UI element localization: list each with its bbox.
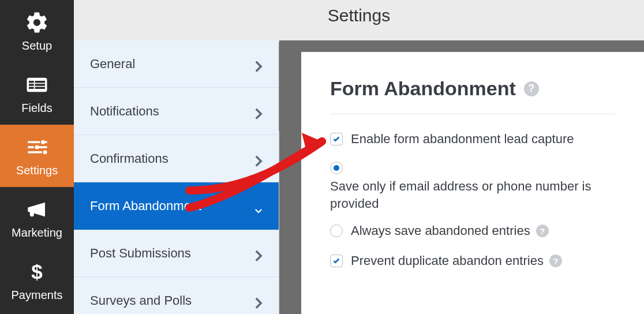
enable-row: Enable form abandonment lead capture (330, 132, 615, 147)
iconbar-item-settings[interactable]: Settings (0, 125, 74, 187)
prevent-dup-label: Prevent duplicate abandon entries (351, 253, 544, 268)
iconbar-item-setup[interactable]: Setup (0, 0, 74, 62)
enable-checkbox[interactable] (330, 133, 343, 145)
iconbar-item-fields[interactable]: Fields (0, 62, 74, 125)
iconbar-item-payments[interactable]: $ Payments (0, 249, 74, 312)
submenu-item-form-abandonment[interactable]: Form Abandonment (74, 182, 279, 230)
sliders-icon (25, 135, 49, 159)
chevron-right-icon (254, 297, 263, 305)
iconbar-label: Fields (21, 102, 52, 115)
svg-rect-3 (29, 87, 34, 89)
iconbar-label: Setup (22, 39, 52, 53)
svg-rect-5 (35, 84, 46, 86)
radio-save-if-input[interactable] (330, 162, 343, 174)
submenu-label: General (90, 57, 135, 72)
radio-always-label: Always save abandoned entries (351, 223, 530, 238)
chevron-down-icon (254, 202, 263, 210)
iconbar-label: Marketing (12, 226, 62, 240)
submenu-label: Post Submissions (90, 246, 191, 261)
gear-icon (25, 10, 49, 35)
iconbar-label: Payments (12, 289, 63, 302)
panel-heading-text: Form Abandonment (330, 77, 516, 100)
svg-rect-10 (44, 141, 47, 143)
divider (330, 114, 615, 114)
svg-point-9 (43, 150, 47, 154)
radio-always: Always save abandoned entries ? (330, 223, 615, 238)
content-wrap: Form Abandonment ? Enable form abandonme… (279, 40, 644, 314)
svg-rect-11 (38, 146, 47, 148)
radio-always-input[interactable] (330, 225, 343, 237)
chevron-right-icon (254, 155, 263, 163)
svg-rect-1 (29, 81, 34, 83)
submenu-label: Notifications (90, 104, 159, 119)
enable-label: Enable form abandonment lead capture (351, 132, 574, 147)
page-header: Settings (74, 0, 644, 40)
svg-rect-6 (35, 87, 46, 89)
prevent-dup-checkbox[interactable] (330, 255, 343, 267)
submenu-item-post-submissions[interactable]: Post Submissions (74, 230, 279, 277)
prevent-dup-row: Prevent duplicate abandon entries ? (330, 253, 615, 268)
iconbar: Setup Fields Settings Marketing $ Paymen… (0, 0, 74, 314)
chevron-right-icon (254, 60, 263, 68)
help-icon[interactable]: ? (549, 255, 562, 267)
submenu-item-general[interactable]: General (74, 40, 279, 88)
iconbar-item-marketing[interactable]: Marketing (0, 187, 74, 249)
chevron-right-icon (254, 249, 263, 257)
submenu-label: Confirmations (90, 151, 169, 166)
megaphone-icon (25, 197, 49, 222)
iconbar-label: Settings (16, 164, 58, 177)
submenu-item-notifications[interactable]: Notifications (74, 88, 279, 135)
page-title: Settings (328, 6, 390, 25)
dollar-icon: $ (25, 260, 49, 284)
submenu-label: Surveys and Polls (90, 293, 192, 308)
svg-rect-4 (35, 81, 46, 83)
submenu-item-surveys[interactable]: Surveys and Polls (74, 277, 279, 314)
fields-icon (25, 73, 49, 97)
radio-save-if-label: Save only if email address or phone numb… (330, 178, 615, 212)
settings-submenu: General Notifications Confirmations Form… (74, 40, 279, 314)
svg-text:$: $ (31, 260, 42, 283)
radio-save-if: Save only if email address or phone numb… (330, 162, 615, 212)
submenu-item-confirmations[interactable]: Confirmations (74, 135, 279, 182)
form-abandonment-panel: Form Abandonment ? Enable form abandonme… (301, 52, 644, 314)
chevron-right-icon (254, 107, 263, 115)
submenu-label: Form Abandonment (90, 199, 201, 214)
help-icon[interactable]: ? (524, 81, 539, 96)
svg-rect-2 (29, 84, 34, 86)
help-icon[interactable]: ? (536, 225, 549, 237)
panel-heading: Form Abandonment ? (330, 77, 615, 100)
